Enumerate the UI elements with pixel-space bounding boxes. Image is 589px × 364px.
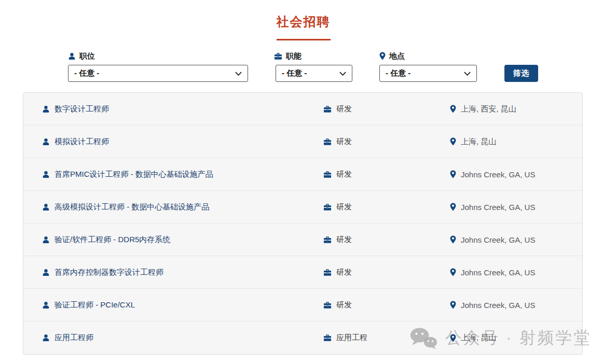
job-function: 研发 (336, 235, 352, 245)
position-filter-label-text: 职位 (79, 51, 95, 61)
job-location: Johns Creek, GA, US (461, 268, 535, 277)
job-location-cell: 上海, 昆山 (450, 137, 582, 147)
user-icon (42, 203, 50, 211)
table-row[interactable]: 高级模拟设计工程师 - 数据中心基础设施产品 研发 Johns Creek, G… (23, 191, 582, 223)
job-location: 上海, 昆山 (461, 333, 496, 343)
table-row[interactable]: 模拟设计工程师 研发 上海, 昆山 (23, 125, 582, 158)
job-location: 上海, 西安, 昆山 (461, 104, 516, 114)
job-title-cell: 模拟设计工程师 (42, 137, 323, 147)
filter-bar: 职位 - 任意 - 职能 - 任意 - (0, 51, 589, 83)
job-function: 研发 (336, 137, 352, 147)
briefcase-icon (323, 236, 332, 244)
table-row[interactable]: 验证/软件工程师 - DDR5内存系统 研发 Johns Creek, GA, … (23, 223, 582, 256)
briefcase-icon (323, 138, 332, 146)
map-pin-icon (450, 203, 456, 211)
job-function: 研发 (336, 104, 352, 114)
position-filter-value: - 任意 - (74, 68, 99, 78)
job-function: 应用工程 (336, 333, 367, 343)
location-filter-label-text: 地点 (389, 51, 405, 61)
table-row[interactable]: 首席PMIC设计工程师 - 数据中心基础设施产品 研发 Johns Creek,… (23, 158, 582, 191)
position-filter-select[interactable]: - 任意 - (68, 65, 248, 82)
job-function-cell: 研发 (323, 202, 450, 212)
job-title-link[interactable]: 模拟设计工程师 (54, 137, 109, 147)
job-location-cell: 上海, 昆山 (450, 333, 582, 343)
briefcase-icon (323, 269, 332, 276)
page-title: 社会招聘 (277, 15, 331, 29)
function-filter-label-text: 职能 (286, 51, 302, 61)
job-title-link[interactable]: 首席内存控制器数字设计工程师 (54, 268, 163, 277)
job-title-cell: 高级模拟设计工程师 - 数据中心基础设施产品 (42, 202, 323, 212)
table-row[interactable]: 首席内存控制器数字设计工程师 研发 Johns Creek, GA, US (23, 256, 582, 289)
job-location-cell: Johns Creek, GA, US (450, 170, 582, 179)
job-function-cell: 研发 (323, 300, 450, 310)
table-row[interactable]: 验证工程师 - PCIe/CXL 研发 Johns Creek, GA, US (23, 289, 582, 321)
job-location: Johns Creek, GA, US (461, 235, 535, 244)
location-filter-value: - 任意 - (386, 68, 410, 78)
user-icon (42, 138, 50, 146)
user-icon (42, 171, 50, 178)
job-location-cell: Johns Creek, GA, US (450, 301, 582, 310)
job-title-link[interactable]: 应用工程师 (54, 333, 93, 343)
job-title-link[interactable]: 首席PMIC设计工程师 - 数据中心基础设施产品 (54, 170, 213, 179)
job-function-cell: 应用工程 (323, 333, 450, 343)
job-title-cell: 验证/软件工程师 - DDR5内存系统 (42, 235, 323, 245)
job-location: Johns Creek, GA, US (461, 301, 535, 310)
job-title-cell: 数字设计工程师 (42, 104, 323, 114)
job-title-cell: 应用工程师 (42, 333, 323, 343)
filter-group-location: 地点 - 任意 - (379, 51, 477, 61)
function-filter-select[interactable]: - 任意 - (276, 65, 352, 82)
table-row[interactable]: 数字设计工程师 研发 上海, 西安, 昆山 (23, 93, 582, 125)
job-title-link[interactable]: 验证工程师 - PCIe/CXL (54, 300, 135, 310)
job-location-cell: Johns Creek, GA, US (450, 203, 582, 212)
table-row[interactable]: 应用工程师 应用工程 上海, 昆山 (23, 321, 582, 354)
filter-group-position: 职位 - 任意 - (68, 51, 248, 61)
filter-submit-button[interactable]: 筛选 (504, 65, 538, 82)
user-icon (42, 105, 50, 113)
job-title-cell: 首席内存控制器数字设计工程师 (42, 268, 323, 277)
title-underline (277, 39, 331, 40)
map-pin-icon (450, 235, 456, 244)
user-icon (42, 269, 50, 276)
user-icon (42, 334, 50, 342)
section-header: 社会招聘 (0, 13, 589, 40)
briefcase-icon (323, 105, 332, 113)
job-location-cell: 上海, 西安, 昆山 (450, 104, 582, 114)
job-function: 研发 (336, 170, 352, 179)
job-function-cell: 研发 (323, 268, 450, 277)
map-pin-icon (379, 52, 386, 60)
chevron-down-icon (235, 72, 242, 76)
user-icon (68, 52, 76, 60)
briefcase-icon (274, 52, 282, 60)
user-icon (42, 301, 50, 309)
job-title-cell: 首席PMIC设计工程师 - 数据中心基础设施产品 (42, 170, 323, 179)
job-function-cell: 研发 (323, 170, 450, 179)
map-pin-icon (450, 170, 456, 178)
job-title-link[interactable]: 数字设计工程师 (54, 104, 109, 114)
job-location-cell: Johns Creek, GA, US (450, 235, 582, 244)
briefcase-icon (323, 334, 332, 342)
job-function-cell: 研发 (323, 235, 450, 245)
job-location-cell: Johns Creek, GA, US (450, 268, 582, 277)
map-pin-icon (450, 268, 456, 276)
function-filter-value: - 任意 - (282, 68, 307, 78)
function-filter-label: 职能 (274, 51, 352, 61)
job-function: 研发 (336, 268, 352, 277)
chevron-down-icon (464, 72, 471, 76)
job-title-cell: 验证工程师 - PCIe/CXL (42, 300, 323, 310)
job-location: Johns Creek, GA, US (461, 203, 535, 212)
job-function-cell: 研发 (323, 137, 450, 147)
job-function: 研发 (336, 300, 352, 310)
map-pin-icon (450, 334, 456, 342)
job-title-link[interactable]: 高级模拟设计工程师 - 数据中心基础设施产品 (54, 202, 209, 212)
job-title-link[interactable]: 验证/软件工程师 - DDR5内存系统 (54, 235, 170, 245)
briefcase-icon (323, 203, 332, 211)
job-function: 研发 (336, 202, 352, 212)
recruitment-page: 社会招聘 职位 - 任意 - 职能 - 任意 - (0, 0, 589, 364)
location-filter-select[interactable]: - 任意 - (379, 65, 477, 82)
job-function-cell: 研发 (323, 104, 450, 114)
briefcase-icon (323, 171, 332, 178)
user-icon (42, 236, 50, 244)
map-pin-icon (450, 137, 456, 146)
position-filter-label: 职位 (68, 51, 248, 61)
briefcase-icon (323, 301, 332, 309)
